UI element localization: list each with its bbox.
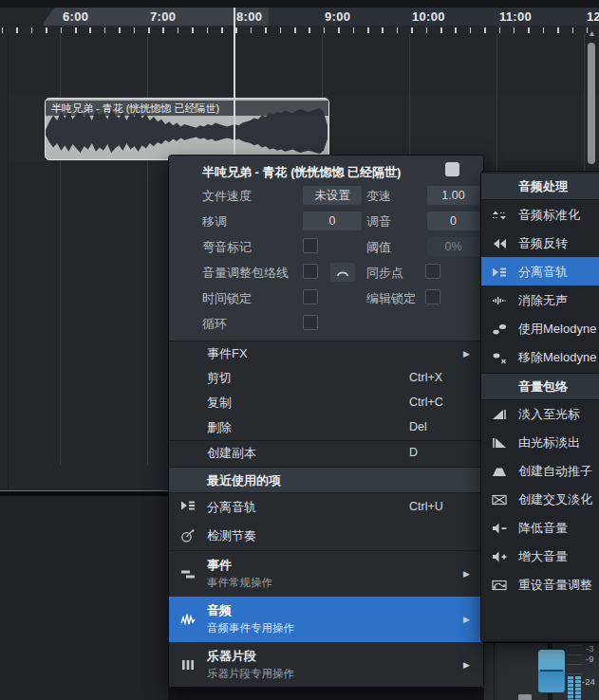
- reset-volume-icon: [487, 577, 512, 593]
- menu-item-copy[interactable]: 复制 Ctrl+C: [169, 391, 483, 415]
- submenu-item-split-tracks[interactable]: 分离音轨: [481, 257, 599, 286]
- submenu-item-lower-volume[interactable]: 降低音量: [481, 513, 599, 542]
- menu-title: 半吨兄弟 - 青花 (恍恍惚惚 已经隔世): [202, 164, 401, 181]
- submenu-item-reset-volume[interactable]: 重设音量调整: [481, 570, 599, 599]
- submenu-arrow-icon: ▶: [463, 615, 470, 624]
- meter-label: -3: [586, 643, 593, 654]
- file-speed-label: 文件速度: [202, 188, 252, 205]
- ruler-hour-label: 12:00: [587, 9, 599, 24]
- section-audio-process: 音频处理: [481, 174, 599, 200]
- varispeed-label: 变速: [366, 188, 391, 205]
- edit-lock-label: 编辑锁定: [366, 290, 416, 307]
- scrollbar-thumb[interactable]: [588, 43, 595, 164]
- sync-point-checkbox[interactable]: [425, 264, 440, 279]
- auto-fader-icon: [487, 463, 512, 479]
- submenu-item-fade-out[interactable]: 由光标淡出: [481, 428, 599, 456]
- melodyne-icon: [487, 321, 512, 337]
- loop-label: 循环: [202, 316, 227, 333]
- property-row: 移调 0 调音 0: [169, 211, 483, 233]
- vertical-scrollbar[interactable]: ▲: [585, 28, 599, 171]
- submenu-item-crossfade[interactable]: 创建交叉淡化: [481, 485, 599, 513]
- menu-items: 事件FX ▶ 剪切 Ctrl+X 复制 Ctrl+C 删除 Del 创建副本 D…: [169, 341, 483, 688]
- menu-item-cut[interactable]: 剪切 Ctrl+X: [169, 366, 483, 391]
- beat-ticks: [2, 28, 599, 33]
- submenu-item-fade-in[interactable]: 淡入至光标: [481, 399, 599, 428]
- channel-strip-corner: -3 -9 -24: [479, 642, 599, 700]
- event-icon: [177, 565, 199, 582]
- menu-item-duplicate[interactable]: 创建副本 D: [169, 441, 483, 466]
- ruler-hour-label: 11:00: [499, 9, 532, 24]
- shortcut: Ctrl+X: [409, 371, 442, 384]
- threshold-label: 阈值: [366, 239, 391, 256]
- submenu-arrow-icon: ▶: [463, 349, 470, 359]
- meter-label: -9: [586, 654, 593, 664]
- ruler-hour-label: 7:00: [150, 9, 176, 24]
- submenu-arrow-icon: ▶: [463, 569, 470, 579]
- time-lock-label: 时间锁定: [202, 290, 252, 307]
- curve-icon: [335, 266, 350, 279]
- submenu-arrow-icon: ▶: [463, 660, 470, 670]
- property-row: 时间锁定 编辑锁定: [169, 287, 483, 310]
- submenu-item-raise-volume[interactable]: 增大音量: [481, 542, 599, 570]
- ruler-left-cap: [0, 8, 44, 26]
- submenu-item-reverse[interactable]: 音频反转: [481, 229, 599, 257]
- time-lock-checkbox[interactable]: [303, 289, 318, 304]
- volume-fader[interactable]: [537, 649, 566, 693]
- reverse-icon: [487, 235, 512, 251]
- sync-point-label: 同步点: [366, 265, 403, 282]
- submenu-item-remove-melodyne[interactable]: 移除Melodyne: [481, 342, 599, 371]
- mini-button[interactable]: [518, 694, 532, 700]
- ruler-hour-label: 8:00: [236, 9, 262, 24]
- audio-icon: [177, 611, 199, 628]
- fade-in-icon: [487, 406, 512, 422]
- ruler-hour-label: 10:00: [412, 9, 445, 24]
- edit-lock-checkbox[interactable]: [425, 289, 440, 304]
- shortcut: Ctrl+C: [409, 396, 443, 409]
- scroll-up-icon[interactable]: ▲: [588, 28, 596, 38]
- tune-label: 调音: [366, 213, 391, 230]
- property-row: 文件速度 未设置 变速 1.00: [169, 185, 483, 208]
- level-meter-right: [575, 676, 581, 700]
- fade-out-icon: [487, 434, 512, 451]
- pitch-marks-checkbox[interactable]: [303, 238, 318, 253]
- level-meter-left: [568, 676, 573, 700]
- menu-item-event-fx[interactable]: 事件FX ▶: [169, 341, 483, 366]
- transpose-value[interactable]: 0: [303, 212, 362, 230]
- section-volume-envelope: 音量包络: [481, 373, 599, 400]
- envelope-curve-button[interactable]: [330, 263, 355, 282]
- timeline-ruler[interactable]: 6:00 7:00 8:00 9:00 10:00 11:00 12:00: [0, 8, 599, 26]
- tune-value[interactable]: 0: [427, 212, 479, 230]
- varispeed-value[interactable]: 1.00: [427, 186, 479, 205]
- menu-item-split-tracks[interactable]: 分离音轨 Ctrl+U: [169, 493, 483, 522]
- audio-clip[interactable]: 半吨兄弟 - 青花 (恍恍惚惚 已经隔世): [45, 98, 329, 160]
- shortcut: D: [409, 446, 418, 459]
- meter-label: -24: [582, 676, 595, 687]
- remove-melodyne-icon: [487, 349, 512, 365]
- submenu-item-use-melodyne[interactable]: 使用Melodyne: [481, 314, 599, 342]
- menu-item-event[interactable]: 事件 事件常规操作 ▶: [169, 551, 483, 597]
- raise-volume-icon: [487, 548, 512, 564]
- loop-checkbox[interactable]: [303, 315, 318, 330]
- beat-tick-lane: [0, 26, 599, 34]
- lower-volume-icon: [487, 520, 512, 536]
- property-row: 循环: [169, 313, 483, 336]
- mute-checkbox[interactable]: [445, 162, 459, 176]
- volume-envelope-checkbox[interactable]: [303, 264, 318, 279]
- ruler-hour-label: 6:00: [63, 9, 88, 24]
- context-menu: 半吨兄弟 - 青花 (恍恍惚惚 已经隔世) 文件速度 未设置 变速 1.00 移…: [168, 155, 484, 688]
- detect-tempo-icon: [177, 527, 199, 544]
- submenu-item-remove-silence[interactable]: 消除无声: [481, 286, 599, 314]
- clip-title: 半吨兄弟 - 青花 (恍恍惚惚 已经隔世): [46, 101, 328, 116]
- menu-shadow-strip: [168, 688, 484, 700]
- submenu-item-normalize[interactable]: 音频标准化: [481, 200, 599, 229]
- file-speed-value[interactable]: 未设置: [303, 186, 362, 205]
- menu-item-detect-tempo[interactable]: 检测节奏: [169, 522, 483, 550]
- menu-item-audio[interactable]: 音频 音频事件专用操作 ▶: [169, 597, 483, 642]
- menu-item-delete[interactable]: 删除 Del: [169, 415, 483, 440]
- threshold-value: 0%: [427, 237, 479, 256]
- volume-envelope-label: 音量调整包络线: [202, 265, 289, 282]
- shortcut: Del: [409, 420, 427, 433]
- submenu-item-auto-fader[interactable]: 创建自动推子: [481, 456, 599, 485]
- instrument-keys-icon: [177, 656, 199, 673]
- menu-item-instrument[interactable]: 乐器片段 乐器片段专用操作 ▶: [169, 642, 483, 687]
